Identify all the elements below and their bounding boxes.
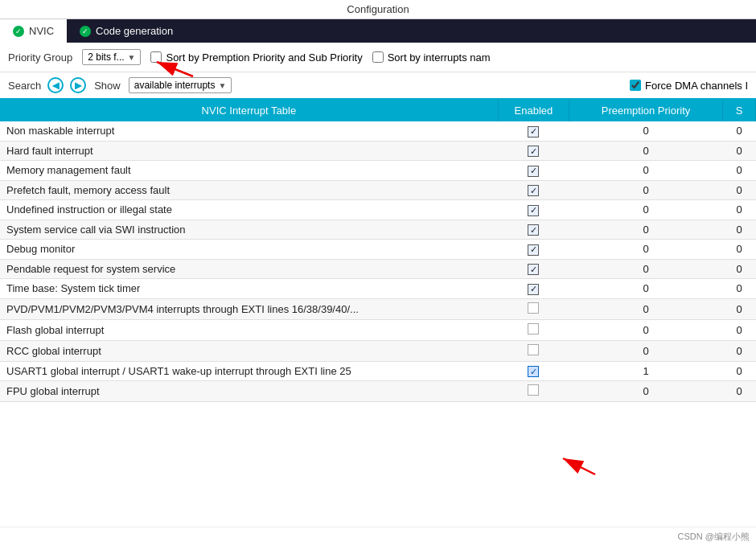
enabled-cell[interactable] (498, 298, 569, 319)
enabled-cell[interactable]: ✓ (498, 361, 569, 381)
enabled-cell[interactable]: ✓ (498, 200, 569, 220)
enabled-checkbox-checked[interactable]: ✓ (528, 224, 539, 236)
enabled-checkbox-checked-blue[interactable]: ✓ (528, 366, 539, 377)
enabled-cell[interactable]: ✓ (498, 180, 569, 200)
enabled-checkbox-unchecked[interactable] (528, 323, 539, 335)
priority-group-value: 2 bits f... (88, 51, 124, 63)
preemption-cell: 0 (569, 220, 723, 240)
enabled-checkbox-checked[interactable]: ✓ (528, 166, 539, 177)
show-label: Show (94, 80, 121, 92)
enabled-cell[interactable] (498, 381, 569, 402)
sub-priority-cell: 0 (723, 121, 756, 141)
table-row: Prefetch fault, memory access fault✓00 (0, 180, 756, 200)
show-dropdown[interactable]: available interrupts ▼ (129, 77, 232, 93)
search-prev-btn[interactable]: ◀ (47, 77, 64, 93)
toolbar-row2: Search ◀ ▶ Show available interrupts ▼ F… (0, 72, 756, 100)
enabled-checkbox-checked[interactable]: ✓ (528, 205, 539, 216)
enabled-checkbox-unchecked[interactable] (528, 302, 539, 314)
interrupt-table-container: NVIC Interrupt Table Enabled Preemption … (0, 100, 756, 527)
sort-interrupts-label: Sort by interrupts nam (388, 51, 491, 64)
table-row: Debug monitor✓00 (0, 240, 756, 260)
enabled-checkbox-checked[interactable]: ✓ (528, 264, 539, 275)
interrupt-name-cell: System service call via SWI instruction (0, 220, 498, 240)
preemption-cell: 0 (569, 240, 723, 260)
preemption-cell: 0 (569, 279, 723, 299)
interrupt-name-cell: Flash global interrupt (0, 319, 498, 340)
table-row: FPU global interrupt00 (0, 381, 756, 402)
force-dma-checkbox[interactable] (630, 80, 641, 91)
table-row: Memory management fault✓00 (0, 161, 756, 181)
enabled-checkbox-checked[interactable]: ✓ (528, 126, 539, 138)
priority-group-arrow: ▼ (128, 53, 136, 62)
enabled-cell[interactable] (498, 319, 569, 340)
codegen-tab-icon: ✓ (80, 26, 91, 37)
codegen-tab-label: Code generation (96, 25, 173, 37)
tab-bar: ✓ NVIC ✓ Code generation (0, 19, 756, 43)
col-interrupt-name: NVIC Interrupt Table (0, 100, 498, 121)
enabled-cell[interactable]: ✓ (498, 161, 569, 181)
enabled-checkbox-checked[interactable]: ✓ (528, 146, 539, 157)
enabled-cell[interactable]: ✓ (498, 141, 569, 161)
watermark: CSDN @编程小熊 (0, 527, 756, 546)
sub-priority-cell: 0 (723, 141, 756, 161)
sub-priority-cell: 0 (723, 340, 756, 361)
preemption-cell: 0 (569, 319, 723, 340)
sort-preemption-checkbox-label[interactable]: Sort by Premption Priority and Sub Prior… (150, 51, 362, 64)
preemption-cell: 0 (569, 141, 723, 161)
table-row: System service call via SWI instruction✓… (0, 220, 756, 240)
preemption-cell: 0 (569, 259, 723, 279)
tab-nvic[interactable]: ✓ NVIC (0, 19, 67, 43)
sub-priority-cell: 0 (723, 161, 756, 181)
window-title: Configuration (347, 3, 409, 15)
sub-priority-cell: 0 (723, 180, 756, 200)
nvic-tab-icon: ✓ (13, 26, 24, 37)
enabled-checkbox-checked[interactable]: ✓ (528, 284, 539, 295)
enabled-checkbox-checked[interactable]: ✓ (528, 244, 539, 256)
preemption-cell: 0 (569, 298, 723, 319)
enabled-checkbox-unchecked[interactable] (528, 344, 539, 355)
search-next-btn[interactable]: ▶ (70, 77, 86, 93)
interrupt-name-cell: Pendable request for system service (0, 259, 498, 279)
preemption-cell: 1 (569, 361, 723, 381)
title-bar: Configuration (0, 0, 756, 19)
table-row: RCC global interrupt00 (0, 340, 756, 361)
preemption-cell: 0 (569, 381, 723, 402)
table-row: Time base: System tick timer✓00 (0, 279, 756, 299)
preemption-cell: 0 (569, 340, 723, 361)
enabled-cell[interactable]: ✓ (498, 279, 569, 299)
preemption-cell: 0 (569, 121, 723, 141)
priority-group-dropdown[interactable]: 2 bits f... ▼ (82, 49, 141, 65)
sort-interrupts-checkbox[interactable] (372, 51, 384, 63)
table-row: PVD/PVM1/PVM2/PVM3/PVM4 interrupts throu… (0, 298, 756, 319)
enabled-cell[interactable]: ✓ (498, 121, 569, 141)
table-row: Hard fault interrupt✓00 (0, 141, 756, 161)
interrupt-name-cell: Memory management fault (0, 161, 498, 181)
interrupt-name-cell: Hard fault interrupt (0, 141, 498, 161)
sub-priority-cell: 0 (723, 381, 756, 402)
enabled-cell[interactable]: ✓ (498, 220, 569, 240)
search-section: Search ◀ ▶ (8, 77, 86, 93)
sort-interrupts-checkbox-label[interactable]: Sort by interrupts nam (372, 51, 491, 64)
enabled-cell[interactable]: ✓ (498, 259, 569, 279)
interrupt-name-cell: Prefetch fault, memory access fault (0, 180, 498, 200)
show-value: available interrupts (134, 80, 216, 91)
enabled-cell[interactable]: ✓ (498, 240, 569, 260)
enabled-checkbox-unchecked[interactable] (528, 384, 539, 396)
tab-codegen[interactable]: ✓ Code generation (67, 19, 186, 43)
enabled-checkbox-checked[interactable]: ✓ (528, 185, 539, 196)
interrupt-name-cell: Undefined instruction or illegal state (0, 200, 498, 220)
preemption-cell: 0 (569, 180, 723, 200)
enabled-cell[interactable] (498, 340, 569, 361)
col-sub: S (723, 100, 756, 121)
priority-group-label: Priority Group (8, 51, 72, 64)
table-row: Pendable request for system service✓00 (0, 259, 756, 279)
nvic-interrupt-table: NVIC Interrupt Table Enabled Preemption … (0, 100, 756, 402)
interrupt-name-cell: RCC global interrupt (0, 340, 498, 361)
sub-priority-cell: 0 (723, 319, 756, 340)
table-row: Flash global interrupt00 (0, 319, 756, 340)
interrupt-name-cell: USART1 global interrupt / USART1 wake-up… (0, 361, 498, 381)
sort-preemption-checkbox[interactable] (150, 51, 162, 63)
table-row: USART1 global interrupt / USART1 wake-up… (0, 361, 756, 381)
interrupt-name-cell: PVD/PVM1/PVM2/PVM3/PVM4 interrupts throu… (0, 298, 498, 319)
nvic-tab-label: NVIC (29, 25, 54, 37)
